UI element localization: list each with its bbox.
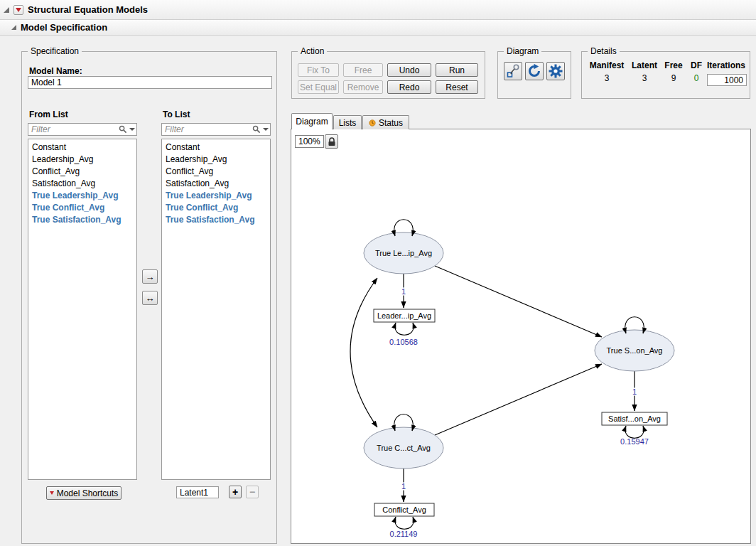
list-item[interactable]: True Satisfaction_Avg: [28, 214, 136, 226]
list-item[interactable]: Constant: [162, 141, 270, 154]
variance-loop[interactable]: [395, 323, 414, 335]
covariance-arrow-leadership-conflict[interactable]: [350, 278, 377, 427]
stat-value: 3: [586, 73, 627, 83]
stat-label: Free: [662, 60, 686, 70]
latent-name-input[interactable]: [176, 486, 219, 498]
manifest-node-label: Leader...ip_Avg: [377, 311, 431, 320]
list-item[interactable]: True Leadership_Avg: [162, 190, 270, 202]
manifest-node[interactable]: Leader...ip_Avg: [374, 309, 435, 322]
path-style-button[interactable]: [504, 62, 522, 80]
loading-label[interactable]: 1: [401, 482, 406, 491]
loading-label[interactable]: 1: [632, 387, 637, 396]
redo-button[interactable]: Redo: [387, 80, 431, 94]
model-shortcuts-button[interactable]: Model Shortcuts: [46, 486, 122, 500]
list-item[interactable]: Conflict_Avg: [162, 166, 270, 178]
variance-loop[interactable]: [625, 426, 644, 438]
iterations-input[interactable]: [707, 74, 747, 86]
from-list-label: From List: [29, 109, 68, 119]
run-button[interactable]: Run: [436, 63, 478, 77]
remove-button[interactable]: Remove: [343, 80, 383, 94]
variance-loop[interactable]: [395, 517, 414, 529]
regression-arrow-conflict-satisfaction[interactable]: [435, 364, 602, 435]
list-item[interactable]: Satisfaction_Avg: [162, 178, 270, 190]
remove-latent-button[interactable]: −: [246, 486, 259, 498]
iterations-label: Iterations: [704, 60, 748, 70]
stat-label: Manifest: [586, 60, 627, 70]
stat-value: 3: [629, 73, 660, 83]
list-item[interactable]: Satisfaction_Avg: [28, 178, 136, 190]
regression-arrow-leadership-satisfaction[interactable]: [435, 266, 602, 337]
list-item[interactable]: Conflict_Avg: [28, 166, 136, 178]
status-clock-icon: [369, 119, 376, 127]
stat-free: Free 9: [662, 60, 686, 83]
latent-node[interactable]: True C...ct_Avg: [364, 427, 443, 469]
disclosure-open-icon[interactable]: [4, 7, 9, 13]
reset-button[interactable]: Reset: [436, 80, 478, 94]
fix-to-button[interactable]: Fix To: [298, 63, 339, 77]
list-item[interactable]: Leadership_Avg: [28, 154, 136, 166]
details-panel: Details Manifest 3 Latent 3 Free 9 DF 0 …: [581, 51, 750, 99]
list-item[interactable]: True Satisfaction_Avg: [162, 214, 270, 226]
stat-manifest: Manifest 3: [586, 60, 627, 83]
manifest-node-label: Conflict_Avg: [382, 505, 426, 514]
diagram-canvas[interactable]: 100% True Le...ip_Avg True C...ct_Avg: [291, 129, 751, 544]
action-legend: Action: [298, 46, 327, 56]
red-triangle-icon: [16, 8, 21, 12]
list-item[interactable]: True Leadership_Avg: [28, 190, 136, 202]
set-equal-button[interactable]: Set Equal: [298, 80, 339, 94]
variance-value[interactable]: 0.15947: [620, 437, 649, 446]
lock-zoom-button[interactable]: [325, 134, 338, 149]
model-name-input[interactable]: [28, 76, 272, 89]
tab-label: Diagram: [296, 117, 328, 127]
add-latent-button[interactable]: +: [229, 486, 242, 498]
stat-label: DF: [687, 60, 706, 70]
report-header: Structural Equation Models: [0, 0, 756, 20]
loading-label[interactable]: 1: [401, 287, 406, 296]
to-filter-placeholder: Filter: [165, 124, 252, 134]
stat-value: 0: [687, 73, 706, 83]
list-item[interactable]: True Conflict_Avg: [28, 202, 136, 214]
latent-node[interactable]: True S...on_Avg: [595, 330, 674, 371]
free-button[interactable]: Free: [343, 63, 383, 77]
tab-label: Status: [379, 118, 403, 128]
section-title: Model Specification: [21, 22, 107, 33]
search-icon: [252, 125, 261, 134]
relayout-button[interactable]: [525, 62, 544, 80]
manifest-node[interactable]: Conflict_Avg: [374, 503, 434, 516]
add-covariance-button[interactable]: ↔: [142, 291, 158, 305]
specification-legend: Specification: [28, 46, 82, 56]
list-item[interactable]: Constant: [28, 141, 136, 154]
tab-label: Lists: [339, 118, 357, 128]
filter-options-caret-icon[interactable]: [129, 128, 135, 131]
tab-lists[interactable]: Lists: [333, 115, 362, 129]
section-header: Model Specification: [0, 20, 756, 36]
zoom-level[interactable]: 100%: [295, 135, 324, 148]
specification-panel: Specification Model Name: From List To L…: [21, 51, 277, 544]
undo-button[interactable]: Undo: [387, 63, 431, 77]
path-diagram-icon: [505, 63, 521, 79]
diagram-tools-panel: Diagram: [497, 51, 571, 99]
to-list-filter[interactable]: Filter: [161, 123, 271, 136]
from-filter-placeholder: Filter: [31, 124, 119, 134]
variance-value[interactable]: 0.21149: [390, 530, 418, 538]
stat-iterations: Iterations: [704, 60, 748, 70]
from-list: Constant Leadership_Avg Conflict_Avg Sat…: [28, 139, 137, 480]
page-title: Structural Equation Models: [28, 4, 148, 15]
latent-node[interactable]: True Le...ip_Avg: [364, 232, 443, 274]
list-item[interactable]: True Conflict_Avg: [162, 202, 270, 214]
filter-options-caret-icon[interactable]: [263, 128, 269, 131]
to-list-label: To List: [163, 109, 190, 119]
add-path-button[interactable]: →: [142, 269, 158, 284]
settings-button[interactable]: [546, 62, 565, 80]
red-triangle-menu-button[interactable]: [14, 5, 23, 15]
tab-status[interactable]: Status: [362, 115, 409, 129]
variance-value[interactable]: 0.10568: [389, 338, 418, 346]
tab-diagram[interactable]: Diagram: [291, 113, 333, 129]
lock-icon: [327, 136, 337, 146]
from-list-filter[interactable]: Filter: [28, 123, 137, 136]
latent-node-label: True S...on_Avg: [607, 346, 663, 355]
list-item[interactable]: Leadership_Avg: [162, 154, 270, 166]
manifest-node[interactable]: Satisf...on_Avg: [602, 412, 667, 425]
search-icon: [119, 125, 127, 134]
disclosure-open-icon[interactable]: [11, 25, 16, 30]
